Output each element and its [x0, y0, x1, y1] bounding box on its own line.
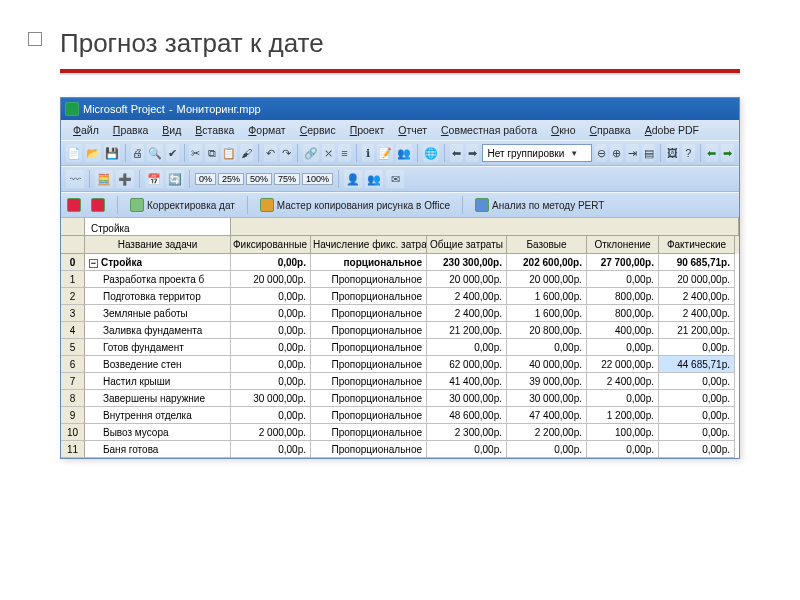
cell-accrual[interactable]: Пропорциональное	[311, 373, 427, 390]
menu-edit[interactable]: Правка	[107, 123, 154, 137]
pct-75-button[interactable]: 75%	[274, 173, 300, 185]
addprogress-icon[interactable]: ➕	[116, 170, 134, 188]
row-number[interactable]: 2	[61, 288, 85, 305]
cell-total-cost[interactable]: 2 400,00р.	[427, 305, 507, 322]
menu-project[interactable]: Проект	[344, 123, 391, 137]
print-icon[interactable]: 🖨	[131, 144, 144, 162]
cell-accrual[interactable]: Пропорциональное	[311, 271, 427, 288]
cell-actual[interactable]: 0,00р.	[659, 441, 735, 458]
table-row[interactable]: 4Заливка фундамента0,00р.Пропорционально…	[61, 322, 739, 339]
pct-100-button[interactable]: 100%	[302, 173, 333, 185]
link-tasks-icon[interactable]: 🔗	[303, 144, 319, 162]
cell-actual[interactable]: 0,00р.	[659, 339, 735, 356]
cell-baseline[interactable]: 1 600,00р.	[507, 288, 587, 305]
table-row[interactable]: 3Земляные работы0,00р.Пропорциональное2 …	[61, 305, 739, 322]
adjust-dates-button[interactable]: Корректировка дат	[130, 198, 235, 212]
cell-variance[interactable]: 100,00р.	[587, 424, 659, 441]
cell-accrual[interactable]: Пропорциональное	[311, 288, 427, 305]
cell-variance[interactable]: 0,00р.	[587, 441, 659, 458]
row-number[interactable]: 11	[61, 441, 85, 458]
cell-task-name[interactable]: Земляные работы	[85, 305, 231, 322]
menu-file[interactable]: Файл	[67, 123, 105, 137]
cell-actual[interactable]: 90 685,71р.	[659, 254, 735, 271]
cell-total-cost[interactable]: 2 400,00р.	[427, 288, 507, 305]
back-icon[interactable]: ⬅	[705, 144, 718, 162]
cell-variance[interactable]: 0,00р.	[587, 271, 659, 288]
new-icon[interactable]: 📄	[66, 144, 82, 162]
cell-fixed-cost[interactable]: 0,00р.	[231, 305, 311, 322]
pct-25-button[interactable]: 25%	[218, 173, 244, 185]
cell-baseline[interactable]: 30 000,00р.	[507, 390, 587, 407]
cell-total-cost[interactable]: 230 300,00р.	[427, 254, 507, 271]
col-accrual[interactable]: Начисление фикс. затрат	[311, 236, 427, 254]
pct-50-button[interactable]: 50%	[246, 173, 272, 185]
update-icon[interactable]: 🔄	[166, 170, 184, 188]
row-number[interactable]: 0	[61, 254, 85, 271]
cell-actual[interactable]: 0,00р.	[659, 373, 735, 390]
help-icon[interactable]: ?	[682, 144, 695, 162]
menu-report[interactable]: Отчет	[392, 123, 433, 137]
menu-help[interactable]: Справка	[584, 123, 637, 137]
copy-picture-office-button[interactable]: Мастер копирования рисунка в Office	[260, 198, 450, 212]
cell-task-name[interactable]: Разработка проекта б	[85, 271, 231, 288]
cell-task-name[interactable]: Заливка фундамента	[85, 322, 231, 339]
cell-accrual[interactable]: Пропорциональное	[311, 441, 427, 458]
cell-total-cost[interactable]: 21 200,00р.	[427, 322, 507, 339]
row-number[interactable]: 7	[61, 373, 85, 390]
cell-task-name[interactable]: Возведение стен	[85, 356, 231, 373]
col-fixed-cost[interactable]: Фиксированные затраты	[231, 236, 311, 254]
copy-picture-icon[interactable]: 🖼	[666, 144, 679, 162]
cell-accrual[interactable]: Пропорциональное	[311, 339, 427, 356]
outdent-icon[interactable]: ⬅	[450, 144, 463, 162]
task-info-icon[interactable]: ℹ	[362, 144, 375, 162]
col-variance[interactable]: Отклонение	[587, 236, 659, 254]
cell-total-cost[interactable]: 62 000,00р.	[427, 356, 507, 373]
redo-icon[interactable]: ↷	[280, 144, 293, 162]
cell-task-name[interactable]: Баня готова	[85, 441, 231, 458]
table-row[interactable]: 6Возведение стен0,00р.Пропорциональное62…	[61, 356, 739, 373]
undo-icon[interactable]: ↶	[264, 144, 277, 162]
cell-total-cost[interactable]: 2 300,00р.	[427, 424, 507, 441]
cell-variance[interactable]: 400,00р.	[587, 322, 659, 339]
table-row[interactable]: 9Внутрення отделка0,00р.Пропорциональное…	[61, 407, 739, 424]
publish-icon[interactable]: 🌐	[423, 144, 439, 162]
cell-accrual[interactable]: Пропорциональное	[311, 322, 427, 339]
cell-baseline[interactable]: 47 400,00р.	[507, 407, 587, 424]
rownum-header[interactable]	[61, 236, 85, 254]
cell-baseline[interactable]: 1 600,00р.	[507, 305, 587, 322]
go-to-task-icon[interactable]: ⇥	[626, 144, 639, 162]
table-row[interactable]: 1Разработка проекта б20 000,00р.Пропорци…	[61, 271, 739, 288]
menu-view[interactable]: Вид	[156, 123, 187, 137]
menu-adobe-pdf[interactable]: Adobe PDF	[639, 123, 705, 137]
cell-task-name[interactable]: Вывоз мусора	[85, 424, 231, 441]
grouping-combo[interactable]: Нет группировки ▼	[482, 144, 592, 162]
row-number[interactable]: 6	[61, 356, 85, 373]
table-row[interactable]: 0−Стройка0,00р.порциональное230 300,00р.…	[61, 254, 739, 271]
cell-total-cost[interactable]: 0,00р.	[427, 441, 507, 458]
cell-variance[interactable]: 2 400,00р.	[587, 373, 659, 390]
table-row[interactable]: 8Завершены наружние30 000,00р.Пропорцион…	[61, 390, 739, 407]
table-row[interactable]: 7Настил крыши0,00р.Пропорциональное41 40…	[61, 373, 739, 390]
cell-variance[interactable]: 27 700,00р.	[587, 254, 659, 271]
cell-variance[interactable]: 800,00р.	[587, 305, 659, 322]
cell-fixed-cost[interactable]: 30 000,00р.	[231, 390, 311, 407]
menu-service[interactable]: Сервис	[294, 123, 342, 137]
cell-fixed-cost[interactable]: 20 000,00р.	[231, 271, 311, 288]
cell-actual[interactable]: 2 400,00р.	[659, 305, 735, 322]
col-task-name[interactable]: Название задачи	[85, 236, 231, 254]
cell-task-name[interactable]: Настил крыши	[85, 373, 231, 390]
cut-icon[interactable]: ✂	[189, 144, 202, 162]
cell-baseline[interactable]: 39 000,00р.	[507, 373, 587, 390]
cell-task-name[interactable]: Готов фундамент	[85, 339, 231, 356]
menu-collab[interactable]: Совместная работа	[435, 123, 543, 137]
row-number[interactable]: 4	[61, 322, 85, 339]
cell-actual[interactable]: 2 400,00р.	[659, 288, 735, 305]
preview-icon[interactable]: 🔍	[147, 144, 163, 162]
cell-total-cost[interactable]: 30 000,00р.	[427, 390, 507, 407]
cell-task-name[interactable]: Внутрення отделка	[85, 407, 231, 424]
cell-actual[interactable]: 0,00р.	[659, 424, 735, 441]
table-row[interactable]: 2Подготовка территор0,00р.Пропорциональн…	[61, 288, 739, 305]
col-total-cost[interactable]: Общие затраты	[427, 236, 507, 254]
task-notes-icon[interactable]: 📝	[377, 144, 393, 162]
cell-fixed-cost[interactable]: 0,00р.	[231, 254, 311, 271]
